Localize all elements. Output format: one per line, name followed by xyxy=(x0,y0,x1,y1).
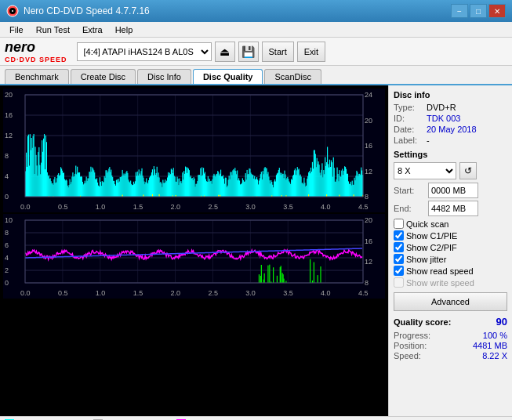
disc-date-row: Date: 20 May 2018 xyxy=(394,125,507,134)
tab-discquality[interactable]: Disc Quality xyxy=(193,69,263,84)
exit-button[interactable]: Exit xyxy=(297,42,325,62)
start-input-row: Start: xyxy=(394,183,507,198)
start-button[interactable]: Start xyxy=(262,42,294,62)
toolbar: nero CD·DVD SPEED [4:4] ATAPI iHAS124 B … xyxy=(0,38,512,66)
logo-sub: CD·DVD SPEED xyxy=(5,56,67,63)
main-content: Disc info Type: DVD+R ID: TDK 003 Date: … xyxy=(0,85,512,416)
progress-value: 100 % xyxy=(483,331,507,340)
tabs: Benchmark Create Disc Disc Info Disc Qua… xyxy=(0,66,512,85)
disc-type-row: Type: DVD+R xyxy=(394,103,507,112)
disc-label-label: Label: xyxy=(394,136,427,145)
position-value: 4481 MB xyxy=(473,341,507,350)
chart-area xyxy=(0,85,388,416)
bottom-chart xyxy=(3,214,385,299)
disc-id-value: TDK 003 xyxy=(427,114,460,123)
quickscan-checkbox[interactable] xyxy=(394,219,404,229)
showreadspeed-checkbox[interactable] xyxy=(394,266,404,276)
showc2pif-checkbox[interactable] xyxy=(394,242,404,252)
disc-label-row: Label: - xyxy=(394,136,507,145)
end-input-row: End: xyxy=(394,201,507,216)
menu-help[interactable]: Help xyxy=(109,24,140,36)
disc-date-value: 20 May 2018 xyxy=(427,125,477,134)
stats-bar: PI Errors Average: 1.10 Maximum: 12 Tota… xyxy=(0,416,512,420)
tab-discinfo[interactable]: Disc Info xyxy=(137,69,191,84)
svg-point-2 xyxy=(12,10,13,12)
position-row: Position: 4481 MB xyxy=(394,341,507,350)
refresh-button[interactable]: ↺ xyxy=(459,162,477,179)
progress-label: Progress: xyxy=(394,331,430,340)
disc-type-label: Type: xyxy=(394,103,427,112)
settings-section: Settings 8 X 4 X 2 X Maximum ↺ Start: En… xyxy=(394,150,507,360)
showjitter-checkbox[interactable] xyxy=(394,254,404,264)
speed-row: 8 X 4 X 2 X Maximum ↺ xyxy=(394,162,507,179)
close-button[interactable]: ✕ xyxy=(488,4,506,18)
end-input[interactable] xyxy=(428,201,478,216)
showreadspeed-label: Show read speed xyxy=(406,266,474,276)
settings-title: Settings xyxy=(394,150,507,159)
disc-id-row: ID: TDK 003 xyxy=(394,114,507,123)
showc1pie-label: Show C1/PIE xyxy=(406,231,457,241)
menu-runtest[interactable]: Run Test xyxy=(30,24,76,36)
speed-select[interactable]: 8 X 4 X 2 X Maximum xyxy=(394,162,456,179)
disc-label-value: - xyxy=(427,136,430,145)
quickscan-label: Quick scan xyxy=(406,219,448,229)
quality-value: 90 xyxy=(496,316,507,328)
showwritespeed-row: Show write speed xyxy=(394,277,507,288)
quality-label: Quality score: xyxy=(394,317,451,327)
showwritespeed-checkbox[interactable] xyxy=(394,277,404,288)
showwritespeed-label: Show write speed xyxy=(406,278,474,288)
menu-file[interactable]: File xyxy=(3,24,30,36)
eject-icon-btn[interactable]: ⏏ xyxy=(215,42,235,62)
logo-text: nero xyxy=(5,39,67,56)
quickscan-row: Quick scan xyxy=(394,219,507,229)
showc1pie-checkbox[interactable] xyxy=(394,230,404,241)
menu-extra[interactable]: Extra xyxy=(76,24,109,36)
maximize-button[interactable]: □ xyxy=(470,4,487,18)
end-label: End: xyxy=(394,204,425,213)
top-chart xyxy=(3,89,385,212)
showjitter-row: Show jitter xyxy=(394,254,507,264)
window-title: Nero CD-DVD Speed 4.7.7.16 xyxy=(24,5,150,16)
disc-date-label: Date: xyxy=(394,125,427,134)
logo: nero CD·DVD SPEED xyxy=(5,39,67,63)
disc-type-value: DVD+R xyxy=(427,103,456,112)
tab-benchmark[interactable]: Benchmark xyxy=(5,69,69,84)
showreadspeed-row: Show read speed xyxy=(394,266,507,276)
start-label: Start: xyxy=(394,186,425,195)
menu-bar: File Run Test Extra Help xyxy=(0,22,512,38)
disc-info-title: Disc info xyxy=(394,90,507,100)
save-icon-btn[interactable]: 💾 xyxy=(238,42,259,62)
app-icon xyxy=(6,5,19,17)
window-controls: − □ ✕ xyxy=(451,4,506,18)
disc-id-label: ID: xyxy=(394,114,427,123)
quality-score-row: Quality score: 90 xyxy=(394,316,507,328)
speed-label: Speed: xyxy=(394,351,421,360)
drive-select[interactable]: [4:4] ATAPI iHAS124 B AL0S xyxy=(77,42,212,61)
showc2pif-row: Show C2/PIF xyxy=(394,242,507,252)
showc1pie-row: Show C1/PIE xyxy=(394,230,507,241)
advanced-button[interactable]: Advanced xyxy=(394,292,507,311)
minimize-button[interactable]: − xyxy=(451,4,468,18)
showjitter-label: Show jitter xyxy=(406,255,446,264)
progress-row: Progress: 100 % xyxy=(394,331,507,340)
tab-scandisc[interactable]: ScanDisc xyxy=(264,69,321,84)
title-bar: Nero CD-DVD Speed 4.7.7.16 − □ ✕ xyxy=(0,0,512,22)
right-panel: Disc info Type: DVD+R ID: TDK 003 Date: … xyxy=(388,85,512,416)
speed-row-info: Speed: 8.22 X xyxy=(394,351,507,360)
showc2pif-label: Show C2/PIF xyxy=(406,243,457,252)
speed-value: 8.22 X xyxy=(482,351,507,360)
start-input[interactable] xyxy=(428,183,478,198)
position-label: Position: xyxy=(394,341,427,350)
tab-createdisc[interactable]: Create Disc xyxy=(71,69,136,84)
